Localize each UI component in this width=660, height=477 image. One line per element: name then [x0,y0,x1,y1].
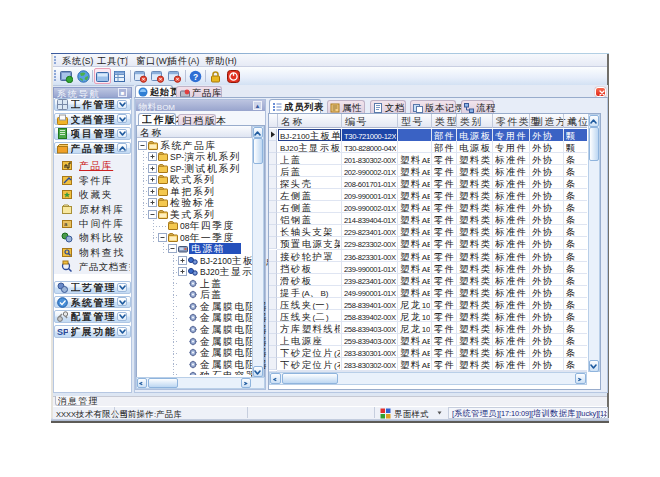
svg-text:?: ? [193,72,198,82]
svg-text:SP: SP [57,327,68,337]
